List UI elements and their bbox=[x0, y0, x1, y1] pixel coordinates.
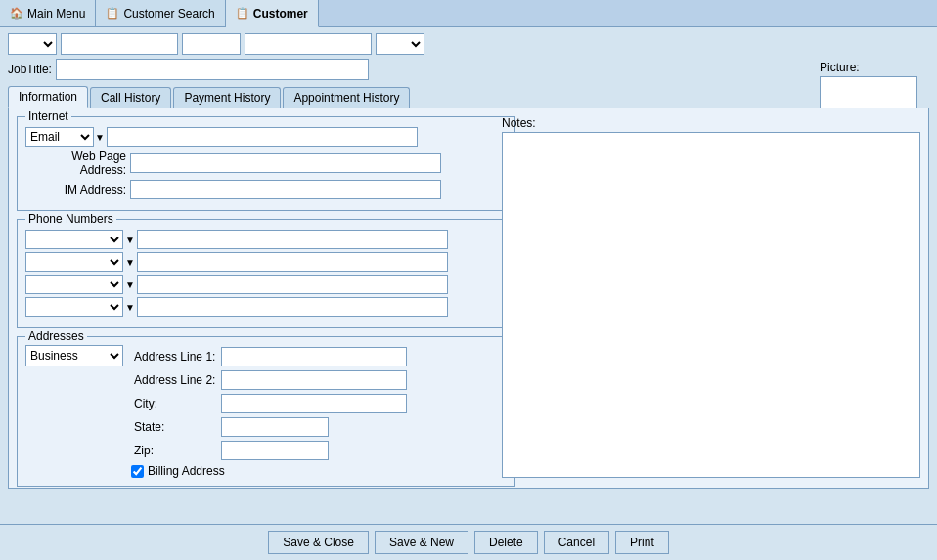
phone-number-3[interactable] bbox=[137, 275, 448, 294]
tab-information[interactable]: Information bbox=[8, 86, 88, 108]
notes-label: Notes: bbox=[502, 116, 920, 130]
notes-panel: Notes: bbox=[502, 116, 920, 480]
email-input[interactable] bbox=[107, 127, 418, 147]
bottom-bar: Save & Close Save & New Delete Cancel Pr… bbox=[0, 524, 937, 560]
phone-type-1[interactable] bbox=[25, 230, 123, 249]
webpage-label: Web Page Address: bbox=[25, 150, 126, 177]
left-panel: Internet Email ▼ Web Page Address: IM Ad… bbox=[17, 116, 515, 487]
print-button[interactable]: Print bbox=[615, 531, 669, 554]
middle-name-input[interactable] bbox=[182, 33, 241, 55]
internet-legend: Internet bbox=[25, 109, 71, 123]
tab-payment-history[interactable]: Payment History bbox=[173, 87, 281, 108]
tab-main-menu[interactable]: 🏠 Main Menu bbox=[0, 0, 96, 26]
addr-line1-label: Address Line 1: bbox=[134, 350, 215, 364]
customer-icon: 📋 bbox=[236, 7, 249, 20]
main-menu-label: Main Menu bbox=[27, 7, 85, 21]
notes-textarea[interactable] bbox=[502, 132, 920, 478]
tab-customer[interactable]: 📋 Customer bbox=[226, 0, 319, 27]
job-title-row: JobTitle: bbox=[8, 59, 929, 80]
save-new-button[interactable]: Save & New bbox=[375, 531, 468, 554]
im-row: IM Address: bbox=[25, 180, 507, 199]
phone-group: Phone Numbers ▼ ▼ ▼ bbox=[17, 219, 515, 328]
jobtitle-input[interactable] bbox=[56, 59, 369, 80]
addr-zip-input[interactable]: 99999 bbox=[221, 441, 329, 460]
addr-state-input[interactable]: Test ST bbox=[221, 417, 329, 437]
customer-search-icon: 📋 bbox=[106, 7, 119, 20]
section-tabs: Information Call History Payment History… bbox=[8, 86, 929, 108]
addr-city-label: City: bbox=[134, 397, 157, 410]
addresses-legend: Addresses bbox=[25, 329, 87, 343]
billing-address-checkbox-row: Billing Address bbox=[131, 464, 410, 478]
phone-type-3[interactable] bbox=[25, 275, 123, 294]
delete-button[interactable]: Delete bbox=[474, 531, 538, 554]
addr-line2-label: Address Line 2: bbox=[134, 373, 215, 387]
addr-line1-input[interactable]: Test Address bbox=[221, 347, 407, 366]
phone-dropdown-icon-3: ▼ bbox=[125, 280, 135, 290]
phone-row-1: ▼ bbox=[25, 230, 507, 249]
tab-call-history[interactable]: Call History bbox=[90, 87, 171, 108]
phone-row-3: ▼ bbox=[25, 275, 507, 294]
customer-label: Customer bbox=[253, 7, 308, 21]
customer-search-label: Customer Search bbox=[123, 7, 214, 21]
phone-dropdown-icon-2: ▼ bbox=[125, 257, 135, 268]
first-name-input[interactable]: Test bbox=[61, 33, 178, 55]
addr-city-input[interactable]: Test City bbox=[221, 394, 407, 413]
phone-type-4[interactable] bbox=[25, 297, 123, 317]
phone-number-1[interactable] bbox=[137, 230, 448, 249]
phone-dropdown-icon-1: ▼ bbox=[125, 235, 135, 245]
web-row: Web Page Address: bbox=[25, 150, 507, 177]
addr-state-row: State: Test ST bbox=[131, 415, 410, 439]
phone-row-2: ▼ bbox=[25, 252, 507, 272]
phone-number-2[interactable] bbox=[137, 252, 448, 272]
phone-row-4: ▼ bbox=[25, 297, 507, 317]
addr-zip-label: Zip: bbox=[134, 444, 154, 457]
email-dropdown-icon: ▼ bbox=[95, 132, 105, 143]
phone-dropdown-icon-4: ▼ bbox=[125, 302, 135, 313]
email-row: Email ▼ bbox=[25, 127, 507, 147]
addr-state-label: State: bbox=[134, 420, 164, 434]
last-name-input[interactable]: Customer bbox=[245, 33, 372, 55]
addr-line1-row: Address Line 1: Test Address bbox=[131, 345, 410, 368]
address-type-select[interactable]: Business Home Other bbox=[25, 345, 123, 366]
prefix-select[interactable] bbox=[8, 33, 57, 55]
webpage-input[interactable] bbox=[130, 153, 441, 173]
phone-legend: Phone Numbers bbox=[25, 212, 116, 226]
tab-appointment-history[interactable]: Appointment History bbox=[283, 87, 410, 108]
save-close-button[interactable]: Save & Close bbox=[268, 531, 369, 554]
tab-panel-information: Internet Email ▼ Web Page Address: IM Ad… bbox=[8, 108, 929, 489]
phone-number-4[interactable] bbox=[137, 297, 448, 317]
billing-address-label: Billing Address bbox=[148, 464, 225, 478]
internet-group: Internet Email ▼ Web Page Address: IM Ad… bbox=[17, 116, 515, 211]
im-label: IM Address: bbox=[25, 183, 126, 196]
top-form: Test Customer bbox=[8, 33, 929, 55]
picture-label: Picture: bbox=[820, 61, 927, 74]
billing-address-checkbox[interactable] bbox=[131, 465, 144, 478]
tab-customer-search[interactable]: 📋 Customer Search bbox=[96, 0, 225, 26]
addr-line2-input[interactable] bbox=[221, 370, 407, 390]
address-fields: Address Line 1: Test Address Address Lin… bbox=[131, 345, 410, 478]
jobtitle-label: JobTitle: bbox=[8, 63, 52, 76]
cancel-button[interactable]: Cancel bbox=[544, 531, 609, 554]
addr-zip-row: Zip: 99999 bbox=[131, 439, 410, 462]
im-input[interactable] bbox=[130, 180, 441, 199]
title-bar: 🏠 Main Menu 📋 Customer Search 📋 Customer bbox=[0, 0, 937, 27]
main-menu-icon: 🏠 bbox=[10, 7, 23, 20]
email-type-select[interactable]: Email bbox=[25, 127, 94, 147]
phone-type-2[interactable] bbox=[25, 252, 123, 272]
addresses-group: Addresses Business Home Other Address Li… bbox=[17, 336, 515, 487]
addr-city-row: City: Test City bbox=[131, 392, 410, 415]
addr-line2-row: Address Line 2: bbox=[131, 368, 410, 392]
suffix-select[interactable] bbox=[376, 33, 424, 55]
